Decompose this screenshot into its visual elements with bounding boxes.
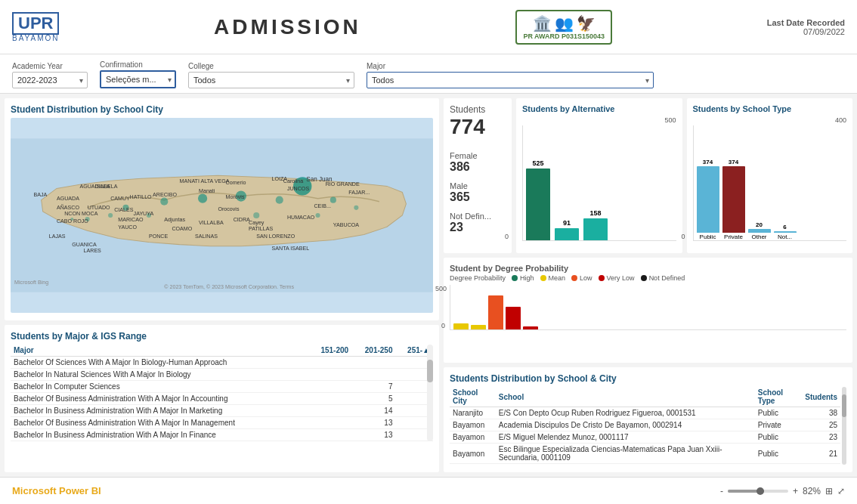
legend-degree-prob: Degree Probability [450,274,506,282]
left-panel: Student Distribution by School City [5,98,439,472]
alt-bar3-value: 158 [589,209,601,217]
school-cell: E/S Con Depto Ocup Ruben Rodriguez Figue… [496,407,755,419]
school-type-private-label: Private [724,233,743,240]
legend-vlow-dot [599,275,605,281]
svg-text:UTUADO: UTUADO [88,205,110,211]
students-cell: 38 [802,407,840,419]
svg-text:JUNCOS: JUNCOS [287,186,309,192]
alt-bar2 [555,228,579,240]
svg-text:AÑASCO: AÑASCO [57,204,79,211]
alt-y-max: 500 [664,116,676,124]
school-type-public-val: 374 [703,159,713,165]
major-select[interactable]: Todos [367,72,654,88]
degree-bar-low1 [488,295,503,329]
svg-text:JAYUYA: JAYUYA [134,211,154,217]
city-cell: Naranjito [450,407,496,419]
legend-notdef-dot [641,275,647,281]
col-201-250: 201-250 [351,345,395,357]
degree-bar-vlow1 [506,307,521,329]
svg-text:Manati: Manati [199,188,215,194]
fit-page-icon[interactable]: ⊞ [825,486,833,496]
school-type-public-bar [697,166,719,233]
c1-cell [308,381,351,393]
legend-notdef-label: Not Defined [649,274,685,282]
academic-year-wrapper[interactable]: 2022-2023 [12,72,88,88]
confirmation-wrapper[interactable]: Seleções m... [100,70,176,88]
major-cell: Bachelor In Computer Sciences [11,381,308,393]
major-cell: Bachelor Of Sciences With A Major In Bio… [11,357,308,369]
school-type-private-bar [722,166,745,233]
zoom-minus[interactable]: - [720,486,723,496]
major-igs-card: Students by Major & IGS Range Major 151-… [5,325,439,472]
svg-point-14 [315,213,320,218]
alt-bar1 [526,169,550,240]
star-icon: 🦅 [577,14,596,32]
filter-bar: Academic Year 2022-2023 Confirmation Sel… [0,54,857,94]
school-col-city: School City [450,387,496,407]
legend-vlow: Very Low [599,274,635,282]
major-cell: Bachelor In Natural Sciences With A Majo… [11,369,308,381]
svg-text:PONCE: PONCE [149,233,169,240]
map-container[interactable]: San Juan Carolina Manati ARECIBO AGUADIL… [11,118,433,313]
c1-cell [308,369,351,381]
svg-text:LAJAS: LAJAS [49,233,66,240]
school-cell: Academia Discipulos De Cristo De Bayamon… [496,419,755,431]
type-cell: Private [755,464,802,465]
degree-legend: Degree Probability High Mean Low Very Lo… [450,274,846,282]
city-cell: Bayamon [450,444,496,464]
filter-academic-year: Academic Year 2022-2023 [12,62,88,88]
table-row: Bayamon Colegio De La Salle, 0002908 Pri… [450,464,840,465]
svg-point-11 [108,213,113,218]
svg-point-6 [276,196,283,204]
male-row: Male 365 [450,181,506,204]
scroll-thumb [842,394,846,417]
table-row: Bachelor In Natural Sciences With A Majo… [11,369,433,381]
svg-text:HATILLO: HATILLO [130,194,153,200]
svg-text:LOIZA: LOIZA [272,176,288,182]
svg-text:CEIB...: CEIB... [314,203,331,209]
zoom-plus[interactable]: + [793,486,798,496]
powerbi-link[interactable]: Microsoft Power BI [12,485,101,496]
svg-text:Microsoft Bing: Microsoft Bing [14,280,48,286]
c2-cell: 13 [351,417,395,429]
school-dist-card: Students Distribution by School & City S… [444,367,852,472]
students-total: 774 [450,115,506,139]
degree-bar-mean2 [471,325,486,329]
table-row: Bachelor In Business Administration With… [11,405,433,417]
school-col-type: School Type [755,387,802,407]
award-icons: 🏛️ 👥 🦅 [533,14,596,32]
svg-text:Comerio: Comerio [226,180,246,186]
c1-cell [308,417,351,429]
map-svg: San Juan Carolina Manati ARECIBO AGUADIL… [11,118,433,313]
students-label: Students [450,104,506,115]
college-wrapper[interactable]: Todos [188,72,354,88]
type-cell: Public [755,431,802,444]
school-type-other-bar [748,229,771,233]
college-select[interactable]: Todos [188,72,354,88]
zoom-slider[interactable] [728,490,788,493]
logo: UPR BAYAMÓN [12,12,60,42]
school-type-y-zero: 0 [682,233,685,240]
svg-text:CIALES: CIALES [114,207,134,213]
last-date-value: 07/09/2022 [767,27,845,36]
major-wrapper[interactable]: Todos [367,72,654,88]
last-date: Last Date Recorded 07/09/2022 [767,18,845,36]
school-type-not-val: 6 [783,224,786,230]
legend-mean: Mean [540,274,566,282]
scroll-indicator[interactable] [842,387,846,465]
c2-cell: 14 [351,405,395,417]
confirmation-select[interactable]: Seleções m... [100,70,176,88]
filter-college: College Todos [188,62,354,88]
major-cell: Bachelor In Business Administration With… [11,405,308,417]
type-cell: Public [755,444,802,464]
c2-cell [351,369,395,381]
svg-text:Morovis: Morovis [226,194,245,200]
academic-year-select[interactable]: 2022-2023 [12,72,88,88]
school-type-other-val: 20 [756,221,763,228]
fullscreen-icon[interactable]: ⤢ [837,486,845,496]
table-row: Naranjito E/S Con Depto Ocup Ruben Rodri… [450,407,840,419]
svg-text:NCON MOCA: NCON MOCA [64,211,97,217]
major-label: Major [367,62,654,70]
svg-text:GUANICA: GUANICA [72,242,97,248]
c1-cell [308,357,351,369]
